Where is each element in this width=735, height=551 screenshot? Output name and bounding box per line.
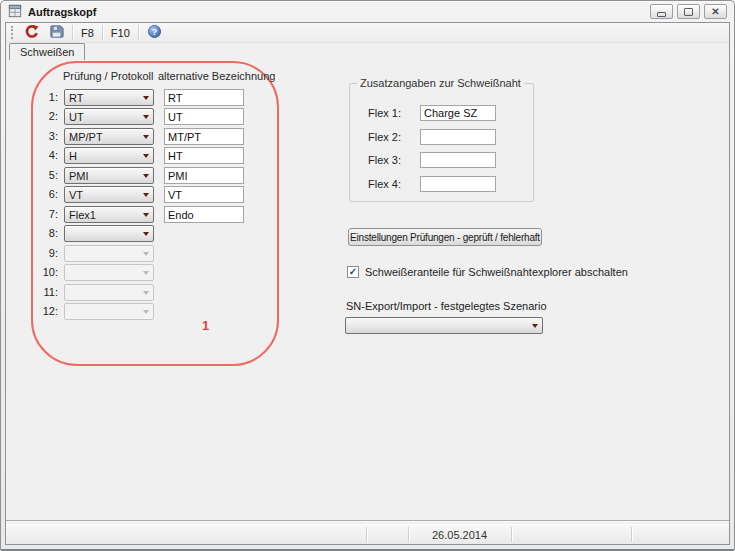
sn-szenario-combo[interactable] bbox=[345, 317, 543, 334]
schweisseranteile-checkbox-label: Schweißeranteile für Schweißnahtexplorer… bbox=[365, 266, 628, 278]
pruefung-combo-10 bbox=[64, 264, 154, 281]
flex-4-input[interactable] bbox=[420, 176, 496, 192]
pruefung-combo-12 bbox=[64, 303, 154, 320]
row-number: 2: bbox=[18, 110, 58, 122]
einstellungen-pruefungen-button[interactable]: Einstellungen Prüfungen - geprüft / fehl… bbox=[348, 228, 542, 246]
chevron-down-icon bbox=[138, 285, 153, 300]
app-window: Auftragskopf ✕ bbox=[0, 0, 735, 551]
row-number: 9: bbox=[18, 247, 58, 259]
statusbar-date: 26.05.2014 bbox=[408, 525, 511, 544]
pruefung-row: 9: bbox=[6, 245, 306, 262]
toolbar: F8 F10 ? bbox=[6, 23, 729, 43]
save-button[interactable] bbox=[44, 24, 69, 42]
toolbar-separator bbox=[72, 25, 73, 40]
chevron-down-icon bbox=[138, 246, 153, 261]
alt-bezeichnung-input-2[interactable] bbox=[164, 108, 244, 125]
pruefung-row: 10: bbox=[6, 264, 306, 281]
title-bar: Auftragskopf ✕ bbox=[1, 1, 734, 22]
alt-bezeichnung-input-1[interactable] bbox=[164, 89, 244, 106]
refresh-button[interactable] bbox=[19, 24, 44, 42]
svg-text:?: ? bbox=[152, 27, 157, 37]
pruefung-combo-4[interactable]: H bbox=[64, 147, 154, 164]
app-icon bbox=[8, 4, 22, 20]
save-icon bbox=[49, 24, 64, 41]
flex-1-label: Flex 1: bbox=[368, 107, 401, 119]
flex-2-input[interactable] bbox=[420, 129, 496, 145]
chevron-down-icon bbox=[138, 304, 153, 319]
row-number: 7: bbox=[18, 208, 58, 220]
pruefung-combo-7[interactable]: Flex1 bbox=[64, 206, 154, 223]
toolbar-separator bbox=[138, 25, 139, 40]
pruefung-row: 8: bbox=[6, 225, 306, 242]
tab-schweissen[interactable]: Schweißen bbox=[9, 43, 85, 60]
pruefung-row: 3: MP/PT bbox=[6, 128, 306, 145]
tab-page-schweissen: 1 Prüfung / Protokoll alternative Bezeic… bbox=[6, 60, 729, 518]
row-number: 4: bbox=[18, 149, 58, 161]
pruefung-combo-1[interactable]: RT bbox=[64, 89, 154, 106]
row-number: 12: bbox=[18, 305, 58, 317]
refresh-icon bbox=[24, 24, 39, 41]
row-number: 10: bbox=[18, 266, 58, 278]
annotation-label: 1 bbox=[202, 318, 209, 333]
flex-4-label: Flex 4: bbox=[368, 178, 401, 190]
pruefung-row: 2: UT bbox=[6, 108, 306, 125]
alt-bezeichnung-input-7[interactable] bbox=[164, 206, 244, 223]
toolbar-separator bbox=[102, 25, 103, 40]
pruefung-combo-11 bbox=[64, 284, 154, 301]
pruefung-combo-8[interactable] bbox=[64, 225, 154, 242]
maximize-button[interactable] bbox=[677, 4, 700, 19]
pruefung-combo-3[interactable]: MP/PT bbox=[64, 128, 154, 145]
status-bar: 26.05.2014 bbox=[6, 524, 729, 544]
column-header-pruefung-protokoll: Prüfung / Protokoll bbox=[63, 70, 154, 82]
chevron-down-icon bbox=[138, 90, 153, 105]
alt-bezeichnung-input-3[interactable] bbox=[164, 128, 244, 145]
close-icon: ✕ bbox=[711, 7, 719, 17]
row-number: 5: bbox=[18, 169, 58, 181]
chevron-down-icon bbox=[527, 318, 542, 333]
alt-bezeichnung-input-5[interactable] bbox=[164, 167, 244, 184]
pruefung-row: 4: H bbox=[6, 147, 306, 164]
minimize-button[interactable] bbox=[650, 4, 673, 19]
pruefung-row: 1: RT bbox=[6, 89, 306, 106]
chevron-down-icon bbox=[138, 226, 153, 241]
chevron-down-icon bbox=[138, 109, 153, 124]
row-number: 1: bbox=[18, 91, 58, 103]
chevron-down-icon bbox=[138, 168, 153, 183]
client-area: F8 F10 ? Sc bbox=[5, 22, 730, 545]
alt-bezeichnung-input-4[interactable] bbox=[164, 147, 244, 164]
window-title: Auftragskopf bbox=[28, 6, 96, 18]
pruefung-combo-6[interactable]: VT bbox=[64, 186, 154, 203]
check-icon: ✓ bbox=[349, 267, 357, 277]
chevron-down-icon bbox=[138, 207, 153, 222]
pruefung-combo-2[interactable]: UT bbox=[64, 108, 154, 125]
flex-3-input[interactable] bbox=[420, 152, 496, 168]
row-number: 3: bbox=[18, 130, 58, 142]
row-number: 6: bbox=[18, 188, 58, 200]
chevron-down-icon bbox=[138, 265, 153, 280]
pruefung-combo-9 bbox=[64, 245, 154, 262]
help-icon: ? bbox=[147, 24, 162, 41]
f8-button[interactable]: F8 bbox=[76, 24, 99, 42]
column-header-alternative-bezeichnung: alternative Bezeichnung bbox=[158, 70, 275, 82]
flex-1-input[interactable] bbox=[420, 105, 496, 121]
flex-3-label: Flex 3: bbox=[368, 154, 401, 166]
groupbox-title: Zusatzangaben zur Schweißnaht bbox=[357, 77, 524, 89]
close-button[interactable]: ✕ bbox=[704, 4, 727, 19]
help-button[interactable]: ? bbox=[142, 24, 167, 42]
row-number: 11: bbox=[18, 286, 58, 298]
pruefung-row: 6: VT bbox=[6, 186, 306, 203]
statusbar-divider bbox=[631, 527, 632, 542]
minimize-icon bbox=[657, 12, 666, 17]
alt-bezeichnung-input-6[interactable] bbox=[164, 186, 244, 203]
schweisseranteile-checkbox[interactable]: ✓ bbox=[347, 266, 359, 278]
statusbar-divider bbox=[511, 527, 512, 542]
tab-strip: Schweißen bbox=[6, 43, 729, 60]
maximize-icon bbox=[684, 8, 693, 16]
toolbar-grip[interactable] bbox=[11, 26, 14, 39]
chevron-down-icon bbox=[138, 187, 153, 202]
pruefung-row: 12: bbox=[6, 303, 306, 320]
chevron-down-icon bbox=[138, 148, 153, 163]
f10-button[interactable]: F10 bbox=[106, 24, 135, 42]
pruefung-row: 11: bbox=[6, 284, 306, 301]
pruefung-combo-5[interactable]: PMI bbox=[64, 167, 154, 184]
